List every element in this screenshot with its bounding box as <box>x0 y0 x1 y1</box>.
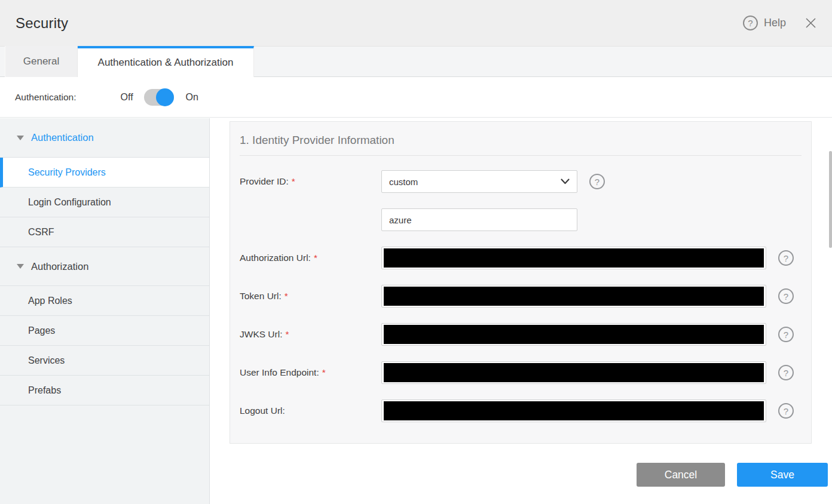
redacted-value <box>384 325 764 344</box>
token-url-row: Token Url:* ? <box>240 285 802 308</box>
dialog-header: Security ? Help <box>0 0 832 46</box>
jwks-url-input[interactable] <box>381 323 766 346</box>
provider-id-row: Provider ID:* custom ? <box>240 170 802 193</box>
authorization-url-label: Authorization Url:* <box>240 253 381 263</box>
sidebar-item-login-configuration[interactable]: Login Configuration <box>0 188 209 217</box>
authorization-url-help-icon[interactable]: ? <box>778 250 794 266</box>
section-divider <box>240 155 802 156</box>
close-icon[interactable] <box>805 17 816 29</box>
page-title: Security <box>16 15 68 32</box>
custom-provider-input[interactable] <box>381 208 577 231</box>
section-title: 1. Identity Provider Information <box>240 134 802 147</box>
cancel-button[interactable]: Cancel <box>637 463 725 487</box>
authorization-url-input[interactable] <box>381 247 766 269</box>
authorization-url-row: Authorization Url:* ? <box>240 247 802 269</box>
logout-url-input[interactable] <box>381 399 766 422</box>
toggle-off-label: Off <box>121 92 133 103</box>
sidebar-item-app-roles[interactable]: App Roles <box>0 286 209 316</box>
jwks-url-help-icon[interactable]: ? <box>778 327 794 342</box>
redacted-value <box>384 248 764 268</box>
redacted-value <box>384 363 764 382</box>
authentication-switch[interactable] <box>144 89 174 106</box>
token-url-help-icon[interactable]: ? <box>778 288 794 304</box>
sidebar-item-services[interactable]: Services <box>0 346 209 376</box>
token-url-label: Token Url:* <box>240 291 381 302</box>
settings-sidebar: Authentication Security Providers Login … <box>0 118 210 504</box>
sidebar-section-authorization[interactable]: Authorization <box>0 247 209 286</box>
redacted-value <box>384 287 764 306</box>
tab-authentication-authorization[interactable]: Authentication & Authorization <box>78 46 254 77</box>
logout-url-row: Logout Url: ? <box>240 399 802 422</box>
authentication-toggle-label: Authentication: <box>15 92 77 103</box>
tab-general[interactable]: General <box>5 46 78 77</box>
switch-knob <box>156 88 174 106</box>
redacted-value <box>384 401 764 420</box>
sidebar-section-authentication[interactable]: Authentication <box>0 118 209 158</box>
toggle-on-label: On <box>186 92 198 103</box>
custom-provider-row <box>240 208 802 231</box>
required-marker: * <box>285 291 288 301</box>
identity-provider-panel: 1. Identity Provider Information Provide… <box>230 121 812 444</box>
provider-id-label: Provider ID:* <box>240 176 381 187</box>
sidebar-item-csrf[interactable]: CSRF <box>0 217 209 247</box>
required-marker: * <box>322 367 326 377</box>
logout-url-label: Logout Url: <box>240 405 381 416</box>
provider-id-selected-option: custom <box>389 177 418 187</box>
user-info-endpoint-row: User Info Endpoint:* ? <box>240 361 802 384</box>
help-circle-icon[interactable]: ? <box>743 16 758 30</box>
sidebar-item-security-providers[interactable]: Security Providers <box>0 158 209 188</box>
help-link[interactable]: Help <box>764 17 786 29</box>
chevron-down-icon <box>561 179 570 185</box>
required-marker: * <box>292 176 295 186</box>
token-url-input[interactable] <box>381 285 766 308</box>
logout-url-help-icon[interactable]: ? <box>778 403 794 419</box>
user-info-endpoint-input[interactable] <box>381 361 766 384</box>
provider-id-help-icon[interactable]: ? <box>589 174 605 189</box>
sidebar-item-pages[interactable]: Pages <box>0 316 209 346</box>
save-button[interactable]: Save <box>737 463 828 487</box>
required-marker: * <box>285 329 289 339</box>
jwks-url-row: JWKS Url:* ? <box>240 323 802 346</box>
sidebar-item-prefabs[interactable]: Prefabs <box>0 376 209 405</box>
required-marker: * <box>314 253 317 263</box>
triangle-down-icon <box>17 264 24 269</box>
user-info-endpoint-help-icon[interactable]: ? <box>778 365 794 380</box>
jwks-url-label: JWKS Url:* <box>240 329 381 340</box>
provider-id-select[interactable]: custom <box>381 170 577 193</box>
tab-bar: General Authentication & Authorization <box>0 46 832 77</box>
vertical-scrollbar[interactable] <box>829 151 832 248</box>
security-dialog: Security ? Help General Authentication &… <box>0 0 832 504</box>
user-info-endpoint-label: User Info Endpoint:* <box>240 367 381 378</box>
header-actions: ? Help <box>743 16 816 30</box>
authentication-toggle-row: Authentication: Off On <box>0 77 832 118</box>
triangle-down-icon <box>17 136 24 140</box>
